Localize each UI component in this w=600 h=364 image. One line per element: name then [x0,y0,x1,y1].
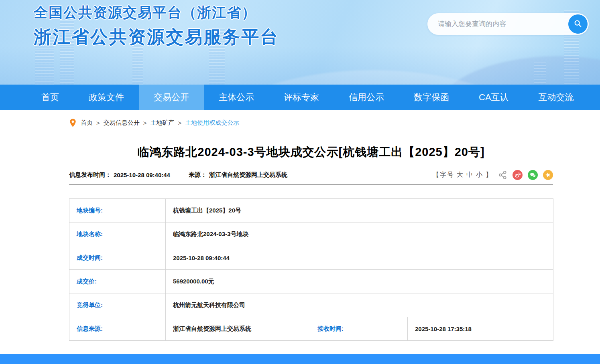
article-tools: 【字号 大 中 小 】 [433,170,553,180]
search-icon [574,19,582,29]
nav-item-ca-mutual-recognition[interactable]: CA互认 [464,85,524,110]
receive-time-label: 接收时间: [310,317,408,341]
nav-item-home[interactable]: 首页 [26,85,74,110]
source-value: 浙江省自然资源网上交易系统 [209,171,287,179]
nav-item-trade-disclosure[interactable]: 交易公开 [139,85,204,110]
breadcrumb-current-page[interactable]: 土地使用权成交公示 [185,119,239,127]
site-logo-titles: 全国公共资源交易平台（浙江省） 浙江省公共资源交易服务平台 [34,3,279,49]
main-navigation: 首页 政策文件 交易公开 主体公示 评标专家 信用公示 数字保函 CA互认 互动… [0,85,600,110]
breadcrumb-land-minerals[interactable]: 土地矿产 [151,119,175,127]
title-divider [69,184,553,185]
source-label: 来源： [189,171,207,179]
header-building-decoration [534,63,546,85]
nav-item-evaluation-experts[interactable]: 评标专家 [269,85,334,110]
plot-number-value: 杭钱塘工出【2025】20号 [166,199,553,222]
nav-item-credit-publicity[interactable]: 信用公示 [334,85,399,110]
page-title: 临鸿东路北2024-03-3号地块成交公示[杭钱塘工出【2025】20号] [69,144,553,160]
search-button[interactable] [568,14,588,34]
plot-number-label: 地块编号: [69,199,166,222]
info-source-value: 浙江省自然资源网上交易系统 [166,317,310,341]
announcement-detail-table: 地块编号: 杭钱塘工出【2025】20号 地块名称: 临鸿东路北2024-03-… [69,198,553,341]
deal-price-value: 56920000.00元 [166,270,553,293]
nav-item-entity-publicity[interactable]: 主体公示 [204,85,269,110]
deal-time-label: 成交时间: [69,246,166,270]
provincial-platform-title: 浙江省公共资源交易服务平台 [34,25,279,49]
wechat-icon[interactable] [528,170,538,180]
share-icon[interactable] [498,170,507,180]
header-building-decoration [132,44,143,85]
table-row: 竞得单位: 杭州箭元航天科技有限公司 [69,293,553,317]
header-hill-decoration [433,56,600,85]
winning-bidder-label: 竞得单位: [69,293,166,317]
search-bar[interactable] [427,13,589,35]
nav-item-digital-guarantee[interactable]: 数字保函 [399,85,464,110]
table-row: 成交价: 56920000.00元 [69,270,553,293]
breadcrumb-separator: > [178,119,182,126]
breadcrumb: 首页 > 交易信息公开 > 土地矿产 > 土地使用权成交公示 [69,117,553,128]
breadcrumb-home[interactable]: 首页 [81,119,93,127]
winning-bidder-value: 杭州箭元航天科技有限公司 [166,293,553,317]
plot-name-value: 临鸿东路北2024-03-3号地块 [166,222,553,246]
font-size-widget: 【字号 大 中 小 】 [433,171,493,179]
nav-item-interaction[interactable]: 互动交流 [524,85,589,110]
table-row: 信息来源: 浙江省自然资源网上交易系统 接收时间: 2025-10-28 17:… [69,317,553,341]
breadcrumb-separator: > [96,119,100,126]
receive-time-value: 2025-10-28 17:35:18 [408,317,553,341]
weibo-icon[interactable] [513,170,523,180]
header-hill-decoration [193,70,554,85]
page-content: 首页 > 交易信息公开 > 土地矿产 > 土地使用权成交公示 临鸿东路北2024… [69,117,553,341]
search-input[interactable] [438,20,568,28]
font-size-medium-button[interactable]: 中 [466,171,474,179]
publish-time-label: 信息发布时间： [69,171,111,179]
font-size-small-button[interactable]: 小 [476,171,483,179]
nav-item-policy-documents[interactable]: 政策文件 [74,85,139,110]
deal-price-label: 成交价: [69,270,166,293]
font-size-large-button[interactable]: 大 [457,171,464,179]
article-meta-bar: 信息发布时间： 2025-10-28 09:40:44 来源： 浙江省自然资源网… [69,170,553,180]
site-header: 全国公共资源交易平台（浙江省） 浙江省公共资源交易服务平台 [0,0,600,85]
breadcrumb-trade-info[interactable]: 交易信息公开 [104,119,140,127]
info-source-label: 信息来源: [69,317,166,341]
national-platform-title: 全国公共资源交易平台（浙江省） [34,3,279,22]
footer-bar [0,354,600,364]
publish-info: 信息发布时间： 2025-10-28 09:40:44 来源： 浙江省自然资源网… [69,171,287,179]
plot-name-label: 地块名称: [69,222,166,246]
deal-time-value: 2025-10-28 09:40:44 [166,246,553,270]
favorite-star-icon[interactable] [543,170,553,180]
breadcrumb-separator: > [143,119,147,126]
publish-time-value: 2025-10-28 09:40:44 [114,172,170,178]
table-row: 地块编号: 杭钱塘工出【2025】20号 [69,199,553,222]
location-pin-icon [69,118,77,127]
font-size-prefix: 【字号 [433,171,454,179]
font-size-suffix: 】 [486,171,493,179]
table-row: 成交时间: 2025-10-28 09:40:44 [69,246,553,270]
table-row: 地块名称: 临鸿东路北2024-03-3号地块 [69,222,553,246]
